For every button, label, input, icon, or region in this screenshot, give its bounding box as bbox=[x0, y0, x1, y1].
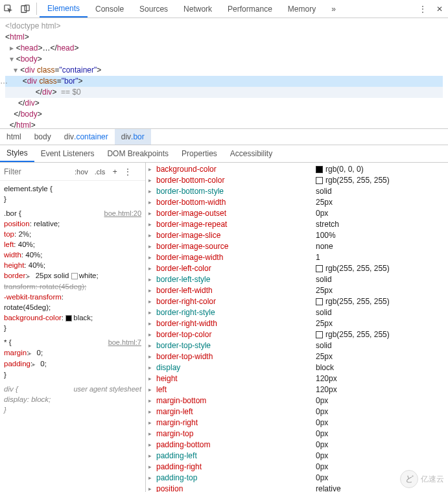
computed-row[interactable]: ▸border-right-stylesolid bbox=[146, 307, 448, 318]
devtools-toolbar: Elements Console Sources Network Perform… bbox=[0, 0, 448, 18]
computed-row[interactable]: ▸margin-bottom0px bbox=[146, 395, 448, 406]
subtab-properties[interactable]: Properties bbox=[175, 145, 224, 162]
computed-row[interactable]: ▸border-left-stylesolid bbox=[146, 274, 448, 285]
computed-row[interactable]: ▸border-left-colorrgb(255, 255, 255) bbox=[146, 263, 448, 274]
color-swatch[interactable] bbox=[316, 177, 323, 184]
more-tabs-icon[interactable]: » bbox=[324, 0, 344, 18]
computed-row[interactable]: ▸margin-top0px bbox=[146, 428, 448, 439]
sidebar-tabs: Styles Event Listeners DOM Breakpoints P… bbox=[0, 145, 448, 163]
crumb-body[interactable]: body bbox=[28, 129, 58, 145]
device-toggle-icon[interactable] bbox=[17, 0, 34, 18]
inspect-icon[interactable] bbox=[0, 0, 17, 18]
watermark: ど 亿速云 bbox=[400, 470, 444, 488]
computed-row[interactable]: ▸border-right-width25px bbox=[146, 318, 448, 329]
computed-row[interactable]: ▸margin-right0px bbox=[146, 417, 448, 428]
computed-row[interactable]: ▸border-bottom-width25px bbox=[146, 197, 448, 208]
ua-label: user agent stylesheet bbox=[73, 384, 141, 394]
breadcrumb: html body div.container div.bor bbox=[0, 128, 448, 145]
computed-row[interactable]: ▸displayblock bbox=[146, 362, 448, 373]
color-swatch-white[interactable] bbox=[71, 273, 78, 279]
crumb-html[interactable]: html bbox=[0, 129, 28, 145]
filter-input[interactable] bbox=[0, 165, 71, 179]
styles-pane: :hov .cls + ⋮ element.style { } boe.html… bbox=[0, 163, 146, 492]
panel-tabs: Elements Console Sources Network Perform… bbox=[40, 0, 414, 18]
computed-row[interactable]: ▸border-top-stylesolid bbox=[146, 340, 448, 351]
rule-bor[interactable]: boe.html:20 .bor { position: relative; t… bbox=[4, 208, 141, 333]
computed-row[interactable]: ▸border-image-sourcenone bbox=[146, 241, 448, 252]
new-rule-icon[interactable]: + bbox=[108, 167, 121, 176]
tab-elements[interactable]: Elements bbox=[40, 0, 88, 18]
color-swatch[interactable] bbox=[316, 265, 323, 272]
rule-star[interactable]: boe.html:7 * { margin:▸ 0; padding:▸ 0; … bbox=[4, 337, 141, 380]
cls-toggle[interactable]: .cls bbox=[91, 168, 109, 176]
subtab-styles[interactable]: Styles bbox=[0, 145, 34, 162]
watermark-icon: ど bbox=[400, 470, 418, 488]
computed-row[interactable]: ▸margin-left0px bbox=[146, 406, 448, 417]
source-link[interactable]: boe.html:7 bbox=[108, 337, 141, 347]
subtab-eventlisteners[interactable]: Event Listeners bbox=[34, 145, 101, 162]
computed-row[interactable]: ▸border-top-colorrgb(255, 255, 255) bbox=[146, 329, 448, 340]
tab-console[interactable]: Console bbox=[88, 0, 132, 18]
svg-rect-1 bbox=[21, 5, 27, 12]
computed-row[interactable]: ▸border-top-width25px bbox=[146, 351, 448, 362]
color-swatch[interactable] bbox=[316, 166, 323, 173]
computed-row[interactable]: ▸border-bottom-colorrgb(255, 255, 255) bbox=[146, 175, 448, 186]
computed-row[interactable]: ▸left120px bbox=[146, 384, 448, 395]
crumb-container[interactable]: div.container bbox=[58, 129, 115, 145]
tab-sources[interactable]: Sources bbox=[132, 0, 176, 18]
computed-row[interactable]: ▸border-image-repeatstretch bbox=[146, 219, 448, 230]
tab-memory[interactable]: Memory bbox=[280, 0, 324, 18]
computed-row[interactable]: ▸height120px bbox=[146, 373, 448, 384]
source-link[interactable]: boe.html:20 bbox=[104, 208, 141, 218]
crumb-bor[interactable]: div.bor bbox=[115, 129, 151, 145]
computed-row[interactable]: ▸padding-bottom0px bbox=[146, 439, 448, 451]
computed-row[interactable]: ▸border-bottom-stylesolid bbox=[146, 186, 448, 197]
computed-row[interactable]: ▸border-right-colorrgb(255, 255, 255) bbox=[146, 296, 448, 307]
dom-tree[interactable]: <!doctype html> <html> ▸<head>…</head> ▾… bbox=[0, 18, 448, 128]
close-icon[interactable]: ✕ bbox=[431, 5, 448, 14]
computed-row[interactable]: ▸background-colorrgb(0, 0, 0) bbox=[146, 164, 448, 175]
computed-row[interactable]: ▸border-image-outset0px bbox=[146, 208, 448, 219]
computed-row[interactable]: ▸border-left-width25px bbox=[146, 285, 448, 296]
more-icon[interactable]: ⋮ bbox=[121, 167, 134, 176]
computed-row[interactable]: ▸border-image-width1 bbox=[146, 252, 448, 263]
tab-performance[interactable]: Performance bbox=[220, 0, 280, 18]
settings-icon[interactable]: ⋮ bbox=[414, 5, 431, 14]
color-swatch-black[interactable] bbox=[65, 315, 72, 322]
computed-row[interactable]: ▸padding-left0px bbox=[146, 451, 448, 462]
computed-pane: ▸background-colorrgb(0, 0, 0)▸border-bot… bbox=[146, 163, 448, 492]
subtab-accessibility[interactable]: Accessibility bbox=[224, 145, 279, 162]
hov-toggle[interactable]: :hov bbox=[71, 168, 91, 176]
color-swatch[interactable] bbox=[316, 298, 323, 305]
rule-ua-div[interactable]: user agent stylesheet div { display: blo… bbox=[4, 384, 141, 415]
tab-network[interactable]: Network bbox=[176, 0, 220, 18]
computed-row[interactable]: ▸border-image-slice100% bbox=[146, 230, 448, 241]
rule-element-style[interactable]: element.style { } bbox=[4, 183, 141, 204]
color-swatch[interactable] bbox=[316, 331, 323, 338]
doctype-node[interactable]: <!doctype html> bbox=[5, 21, 60, 30]
subtab-dombreakpoints[interactable]: DOM Breakpoints bbox=[100, 145, 175, 162]
